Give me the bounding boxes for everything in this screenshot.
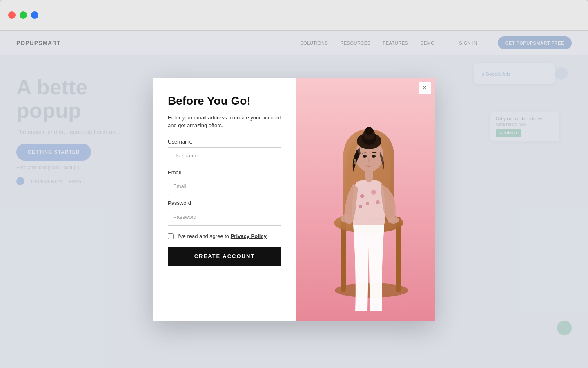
- svg-point-19: [372, 155, 376, 158]
- svg-point-17: [365, 127, 373, 135]
- svg-point-7: [371, 190, 376, 195]
- modal-form-panel: Before You Go! Enter your email address …: [153, 78, 296, 321]
- password-label: Password: [168, 200, 281, 206]
- modal-overlay: Before You Go! Enter your email address …: [0, 31, 588, 368]
- browser-chrome: [0, 0, 588, 31]
- modal-background-image: [296, 78, 435, 321]
- email-input[interactable]: [168, 178, 281, 195]
- svg-point-10: [341, 215, 354, 223]
- website-background: POPUPSMART SOLUTIONS RESOURCES FEATURES …: [0, 31, 588, 368]
- privacy-checkbox[interactable]: [168, 233, 174, 239]
- create-account-button[interactable]: CREATE ACCOUNT: [168, 247, 281, 266]
- svg-point-21: [354, 162, 356, 165]
- svg-point-9: [376, 200, 380, 204]
- svg-point-6: [366, 202, 369, 205]
- modal-image-panel: ×: [296, 78, 435, 321]
- svg-point-18: [363, 155, 367, 158]
- username-input[interactable]: [168, 147, 281, 164]
- woman-illustration: [296, 78, 435, 321]
- traffic-lights: [8, 11, 38, 19]
- close-button[interactable]: ×: [419, 82, 431, 94]
- email-label: Email: [168, 169, 281, 175]
- privacy-checkbox-row: I've read and agree to Privacy Policy.: [168, 233, 281, 239]
- checkbox-label: I've read and agree to Privacy Policy.: [178, 233, 268, 239]
- minimize-traffic-light[interactable]: [20, 11, 27, 19]
- popup-modal: Before You Go! Enter your email address …: [153, 78, 435, 321]
- close-traffic-light[interactable]: [8, 11, 16, 19]
- svg-point-8: [359, 205, 362, 208]
- modal-title: Before You Go!: [168, 94, 281, 108]
- modal-subtitle: Enter your email address to create your …: [168, 114, 281, 130]
- maximize-traffic-light[interactable]: [31, 11, 38, 19]
- username-label: Username: [168, 139, 281, 145]
- svg-point-5: [360, 194, 364, 198]
- password-input[interactable]: [168, 209, 281, 226]
- privacy-policy-link[interactable]: Privacy Policy: [231, 233, 267, 239]
- svg-point-20: [354, 159, 356, 162]
- svg-point-11: [388, 216, 399, 224]
